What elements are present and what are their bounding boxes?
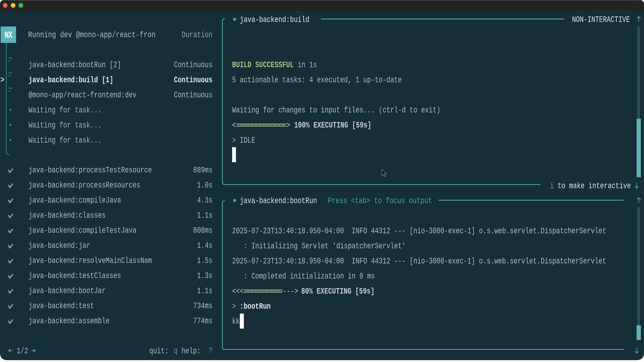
svg-text:java-backend:processResources: java-backend:processResources [28, 180, 140, 190]
svg-text:Continuous: Continuous [174, 75, 212, 85]
svg-text:IDLE: IDLE [240, 136, 255, 145]
svg-text:Waiting for task...: Waiting for task... [28, 136, 102, 145]
svg-text:kk: kk [232, 317, 240, 326]
svg-text:java-backend:build: java-backend:build [240, 15, 309, 24]
svg-text:java-backend:compileTestJava: java-backend:compileTestJava [28, 226, 136, 235]
svg-text:java-backend:build [1]: java-backend:build [1] [28, 75, 113, 85]
svg-text:java-backend:bootRun [2]: java-backend:bootRun [2] [28, 60, 121, 70]
svg-text:q: q [174, 346, 178, 356]
svg-text:100% EXECUTING [59s]: 100% EXECUTING [59s] [294, 120, 371, 130]
svg-text:java-backend:classes: java-backend:classes [28, 211, 106, 220]
svg-text:1.4s: 1.4s [197, 241, 212, 250]
svg-text:@mono-app/react-frontend:dev: @mono-app/react-frontend:dev [28, 90, 136, 100]
svg-text:>: > [0, 75, 4, 85]
svg-text:<: < [232, 120, 236, 130]
svg-text:5 actionable tasks: 4 executed: 5 actionable tasks: 4 executed, 1 up-to-… [232, 75, 402, 85]
svg-text:1.1s: 1.1s [197, 286, 212, 296]
svg-text:: Initializing Servlet 'dispat: : Initializing Servlet 'dispatcherServle… [244, 241, 406, 251]
svg-text:80% EXECUTING [59s]: 80% EXECUTING [59s] [301, 287, 374, 296]
svg-text:?: ? [209, 346, 212, 356]
svg-text:Waiting for task...: Waiting for task... [28, 105, 102, 115]
svg-text:1/2: 1/2 [16, 346, 28, 356]
svg-text:1.5s: 1.5s [197, 256, 212, 266]
svg-text::bootRun: :bootRun [240, 302, 271, 311]
svg-text:java-backend:assemble: java-backend:assemble [28, 316, 110, 326]
svg-text:java-backend:testClasses: java-backend:testClasses [28, 271, 121, 281]
svg-text:Waiting for changes to input f: Waiting for changes to input files... (c… [232, 105, 440, 115]
svg-text:<<<: <<< [232, 287, 244, 296]
svg-text:java-backend:test: java-backend:test [28, 301, 94, 311]
svg-text:--->: ---> [283, 287, 298, 296]
svg-text:to make interactive: to make interactive [558, 181, 631, 191]
svg-text:java-backend:compileJava: java-backend:compileJava [28, 196, 121, 205]
svg-text:Continuous: Continuous [174, 60, 212, 70]
svg-text:808ms: 808ms [193, 226, 212, 235]
svg-text:Running dev @mono-app/react-fr: Running dev @mono-app/react-fron [28, 30, 156, 40]
svg-text:NON-INTERACTIVE: NON-INTERACTIVE [572, 15, 630, 24]
svg-text:java-backend:processTestResour: java-backend:processTestResource [28, 165, 152, 175]
svg-text:1.1s: 1.1s [197, 211, 212, 220]
svg-text:java-backend:resolveMainClassN: java-backend:resolveMainClassNam [28, 256, 152, 266]
svg-text:>: > [286, 120, 290, 130]
svg-text:help:: help: [182, 346, 201, 356]
svg-text:2025-07-23T13:40:18.950-04:00: 2025-07-23T13:40:18.950-04:00 INFO 44312… [232, 256, 606, 266]
svg-text:734ms: 734ms [193, 301, 212, 311]
svg-text:1.0s: 1.0s [197, 180, 212, 190]
svg-text:2025-07-23T13:40:18.950-04:00: 2025-07-23T13:40:18.950-04:00 INFO 44312… [232, 226, 606, 236]
svg-text:in 1s: in 1s [298, 60, 317, 70]
svg-text:Duration: Duration [182, 30, 212, 40]
svg-text:java-backend:bootJar: java-backend:bootJar [28, 286, 106, 296]
svg-text:Continuous: Continuous [174, 90, 212, 100]
svg-text:889ms: 889ms [193, 165, 212, 175]
svg-text:1.3s: 1.3s [197, 271, 212, 281]
svg-text:774ms: 774ms [193, 316, 212, 326]
svg-text:NX: NX [5, 30, 12, 39]
svg-text:Waiting for task...: Waiting for task... [28, 120, 102, 130]
svg-text:>: > [232, 136, 236, 145]
svg-text:>: > [232, 302, 236, 311]
svg-text:: Completed initialization in: : Completed initialization in 0 ms [244, 272, 375, 281]
svg-text:java-backend:jar: java-backend:jar [28, 241, 90, 250]
svg-text:java-backend:bootRun: java-backend:bootRun [240, 196, 317, 206]
svg-text:4.3s: 4.3s [197, 196, 212, 205]
svg-text:BUILD SUCCESSFUL: BUILD SUCCESSFUL [232, 60, 294, 70]
svg-text:i: i [550, 181, 554, 191]
svg-text:Press <tab> to focus output: Press <tab> to focus output [328, 196, 432, 206]
svg-text:quit:: quit: [149, 346, 168, 356]
